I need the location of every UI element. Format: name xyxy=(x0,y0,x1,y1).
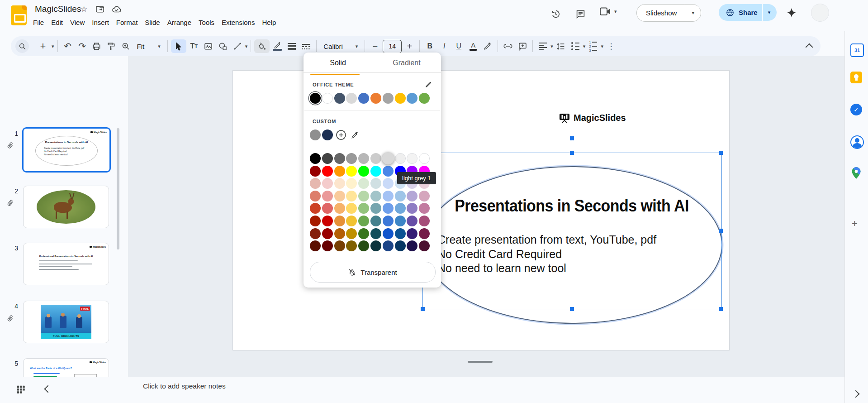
palette-swatch-5-0[interactable] xyxy=(310,216,321,226)
office-theme-swatch-5[interactable] xyxy=(370,93,381,104)
palette-swatch-5-6[interactable] xyxy=(383,216,394,226)
filmstrip-scrollbar[interactable] xyxy=(117,128,119,249)
palette-swatch-5-2[interactable] xyxy=(334,216,345,226)
palette-swatch-1-0[interactable] xyxy=(310,166,321,177)
palette-swatch-0-8[interactable] xyxy=(407,153,417,164)
palette-swatch-5-1[interactable] xyxy=(322,216,333,226)
palette-swatch-4-1[interactable] xyxy=(322,203,333,214)
palette-swatch-5-4[interactable] xyxy=(358,216,369,226)
palette-swatch-7-3[interactable] xyxy=(346,240,357,251)
palette-swatch-3-6[interactable] xyxy=(383,191,394,202)
insert-line-icon[interactable] xyxy=(231,39,244,53)
doc-title[interactable]: MagicSlides xyxy=(35,4,81,14)
print-icon[interactable] xyxy=(90,39,104,53)
font-size-input[interactable]: 14 xyxy=(383,40,402,53)
bulleted-list-icon[interactable] xyxy=(569,39,582,53)
palette-swatch-3-9[interactable] xyxy=(419,191,430,202)
edit-theme-icon[interactable] xyxy=(425,81,432,88)
expand-panel-icon[interactable] xyxy=(853,391,859,397)
italic-icon[interactable]: I xyxy=(437,39,451,53)
palette-swatch-1-4[interactable] xyxy=(358,166,369,177)
menu-item-slide[interactable]: Slide xyxy=(141,18,163,27)
menu-item-file[interactable]: File xyxy=(29,18,47,27)
office-theme-swatch-2[interactable] xyxy=(334,93,345,104)
menu-item-tools[interactable]: Tools xyxy=(195,18,218,27)
tasks-app-icon[interactable]: ✓ xyxy=(850,104,862,115)
office-theme-swatch-9[interactable] xyxy=(419,93,430,104)
selection-handle-s[interactable] xyxy=(570,307,574,311)
palette-swatch-7-1[interactable] xyxy=(322,240,333,251)
palette-swatch-0-3[interactable] xyxy=(346,153,357,164)
palette-swatch-6-8[interactable] xyxy=(407,228,417,239)
custom-swatch-0[interactable] xyxy=(310,130,321,140)
align-icon[interactable] xyxy=(536,39,550,53)
palette-swatch-1-5[interactable] xyxy=(370,166,381,177)
more-options-icon[interactable]: ⋮ xyxy=(604,39,618,53)
calendar-app-icon[interactable]: 31 xyxy=(850,43,864,57)
align-control[interactable]: ▾ xyxy=(536,39,553,53)
palette-swatch-0-9[interactable] xyxy=(419,153,430,164)
contacts-app-icon[interactable] xyxy=(850,135,864,149)
palette-swatch-2-4[interactable] xyxy=(358,178,369,189)
palette-swatch-3-8[interactable] xyxy=(407,191,417,202)
palette-swatch-3-3[interactable] xyxy=(346,191,357,202)
meet-button[interactable]: ▾ xyxy=(600,7,617,16)
palette-swatch-2-2[interactable] xyxy=(334,178,345,189)
underline-icon[interactable]: U xyxy=(452,39,465,53)
office-theme-swatch-1[interactable] xyxy=(322,93,333,104)
palette-swatch-6-4[interactable] xyxy=(358,228,369,239)
palette-swatch-1-1[interactable] xyxy=(322,166,333,177)
palette-swatch-4-2[interactable] xyxy=(334,203,345,214)
palette-swatch-6-5[interactable] xyxy=(370,228,381,239)
palette-swatch-2-3[interactable] xyxy=(346,178,357,189)
border-color-icon[interactable] xyxy=(270,39,284,53)
fit-dropdown-icon[interactable]: ▾ xyxy=(158,43,161,49)
palette-swatch-3-4[interactable] xyxy=(358,191,369,202)
palette-swatch-5-7[interactable] xyxy=(395,216,406,226)
add-custom-color-icon[interactable] xyxy=(335,129,347,141)
paperclip-icon[interactable] xyxy=(6,315,14,322)
font-size-decrease-icon[interactable]: − xyxy=(368,39,382,53)
palette-swatch-1-2[interactable] xyxy=(334,166,345,177)
palette-swatch-4-4[interactable] xyxy=(358,203,369,214)
line-dropdown-icon[interactable]: ▾ xyxy=(245,43,248,49)
palette-swatch-hovered[interactable] xyxy=(382,153,394,165)
palette-swatch-7-8[interactable] xyxy=(407,240,417,251)
numbered-list-dropdown-icon[interactable]: ▾ xyxy=(601,43,603,49)
palette-swatch-3-0[interactable] xyxy=(310,191,321,202)
palette-swatch-3-1[interactable] xyxy=(322,191,333,202)
palette-swatch-4-9[interactable] xyxy=(419,203,430,214)
selection-handle-n[interactable] xyxy=(570,151,574,155)
horizontal-scroll-thumb[interactable] xyxy=(468,361,493,363)
collapse-filmstrip-icon[interactable] xyxy=(45,386,51,392)
zoom-in-icon[interactable] xyxy=(119,39,133,53)
palette-swatch-4-8[interactable] xyxy=(407,203,417,214)
highlight-color-icon[interactable] xyxy=(481,39,494,53)
avatar[interactable] xyxy=(811,4,829,22)
keep-app-icon[interactable] xyxy=(850,72,862,83)
slide-thumbnail-3[interactable]: MagicSlides Professional Presentations i… xyxy=(23,243,109,285)
palette-swatch-7-2[interactable] xyxy=(334,240,345,251)
slide-thumbnail-4[interactable]: FINAL FULL HIGHLIGHTS xyxy=(23,301,109,343)
add-app-icon[interactable]: + xyxy=(852,218,858,230)
palette-swatch-7-9[interactable] xyxy=(419,240,430,251)
office-theme-swatch-0[interactable] xyxy=(310,93,321,104)
palette-swatch-7-6[interactable] xyxy=(383,240,394,251)
palette-swatch-5-5[interactable] xyxy=(370,216,381,226)
paperclip-icon[interactable] xyxy=(6,142,14,149)
insert-link-icon[interactable] xyxy=(501,39,515,53)
palette-swatch-2-5[interactable] xyxy=(370,178,381,189)
insert-image-icon[interactable] xyxy=(202,39,215,53)
line-spacing-icon[interactable] xyxy=(554,39,568,53)
menu-item-arrange[interactable]: Arrange xyxy=(164,18,195,27)
selection-handle-sw[interactable] xyxy=(421,307,425,311)
zoom-fit-select[interactable]: Fit ▾ xyxy=(133,43,164,50)
palette-swatch-4-5[interactable] xyxy=(370,203,381,214)
move-folder-icon[interactable] xyxy=(96,6,104,13)
palette-swatch-0-7[interactable] xyxy=(395,153,406,164)
office-theme-swatch-7[interactable] xyxy=(395,93,406,104)
palette-swatch-4-7[interactable] xyxy=(395,203,406,214)
selection-handle-se[interactable] xyxy=(719,307,723,311)
font-size-increase-icon[interactable]: + xyxy=(403,39,416,53)
font-family-select[interactable]: Calibri ▾ xyxy=(320,43,361,50)
